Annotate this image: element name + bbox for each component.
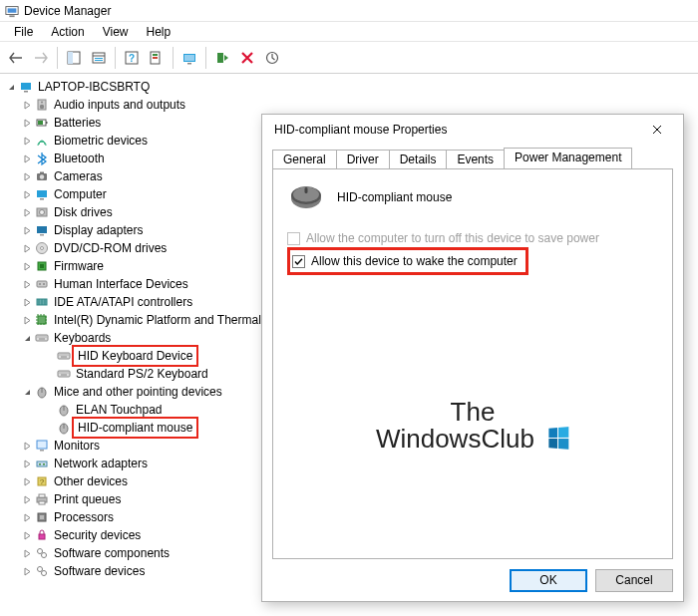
enable-device-button[interactable] [210, 46, 234, 70]
expand-icon[interactable] [20, 169, 34, 183]
checkbox-power-off [287, 232, 300, 245]
expand-icon[interactable] [20, 564, 34, 578]
svg-rect-61 [61, 357, 67, 358]
menu-file[interactable]: File [6, 24, 41, 40]
expand-icon[interactable] [20, 492, 34, 506]
toolbar-separator [115, 47, 116, 69]
expand-icon[interactable] [20, 259, 34, 273]
dialog-titlebar[interactable]: HID-compliant mouse Properties [262, 115, 683, 145]
menu-view[interactable]: View [95, 24, 137, 40]
properties-button[interactable] [87, 46, 111, 70]
tree-item-label: LAPTOP-IBCSBRTQ [36, 78, 152, 96]
forward-button[interactable] [29, 46, 53, 70]
expand-icon[interactable] [20, 241, 34, 255]
expand-icon[interactable] [20, 116, 34, 130]
uninstall-device-button[interactable] [235, 46, 259, 70]
checkbox-power-off-label: Allow the computer to turn off this devi… [306, 231, 599, 245]
windows-logo-icon [547, 428, 569, 455]
tree-item-audio-inputs-and-outputs[interactable]: Audio inputs and outputs [2, 96, 696, 114]
tab-power-management: HID-compliant mouse Allow the computer t… [272, 168, 673, 559]
expand-icon[interactable] [20, 439, 34, 453]
tree-item-label: Computer [52, 185, 109, 203]
checkbox-row-wake[interactable]: Allow this device to wake the computer [292, 254, 518, 268]
tree-item-root[interactable]: LAPTOP-IBCSBRTQ [2, 78, 696, 96]
ok-button[interactable]: OK [510, 569, 587, 592]
menu-help[interactable]: Help [139, 24, 179, 40]
tab-details[interactable]: Details [389, 150, 448, 169]
expand-icon[interactable] [20, 295, 34, 309]
svg-rect-59 [66, 355, 67, 356]
svg-point-41 [39, 283, 41, 285]
expand-icon[interactable] [20, 205, 34, 219]
tree-item-label: Batteries [52, 114, 103, 132]
svg-rect-78 [39, 463, 41, 465]
back-button[interactable] [4, 46, 28, 70]
svg-rect-16 [187, 63, 191, 65]
expand-icon[interactable] [20, 223, 34, 237]
expand-icon[interactable] [20, 510, 34, 524]
scan-hardware-button[interactable] [177, 46, 201, 70]
collapse-icon[interactable] [20, 385, 34, 399]
svg-rect-77 [37, 462, 47, 466]
svg-rect-20 [24, 91, 28, 93]
expand-icon[interactable] [20, 187, 34, 201]
other-icon: ? [34, 473, 50, 489]
expand-icon[interactable] [20, 313, 34, 327]
expand-icon[interactable] [20, 277, 34, 291]
svg-point-89 [42, 553, 47, 558]
expand-icon[interactable] [20, 474, 34, 488]
svg-text:?: ? [40, 477, 45, 486]
expand-icon[interactable] [20, 528, 34, 542]
tree-item-label: Print queues [52, 490, 123, 508]
mouse-device-icon [287, 183, 325, 211]
toolbar-separator [173, 47, 174, 69]
menu-action[interactable]: Action [43, 24, 92, 40]
show-hide-tree-button[interactable] [62, 46, 86, 70]
window-titlebar: Device Manager [0, 0, 698, 22]
svg-rect-53 [46, 337, 47, 338]
svg-rect-31 [40, 198, 44, 200]
expand-icon[interactable] [20, 134, 34, 148]
expand-icon[interactable] [20, 457, 34, 470]
monitor-icon [34, 438, 50, 454]
tab-general[interactable]: General [272, 150, 337, 169]
cancel-button[interactable]: Cancel [595, 569, 673, 592]
update-driver-button[interactable] [260, 46, 284, 70]
checkbox-wake[interactable] [292, 255, 305, 268]
cpu-icon [34, 509, 50, 525]
dialog-tab-strip: GeneralDriverDetailsEventsPower Manageme… [272, 145, 673, 168]
expand-icon[interactable] [20, 152, 34, 165]
window-title: Device Manager [24, 4, 111, 18]
firmware-icon [34, 258, 50, 274]
intel-icon [34, 312, 50, 328]
collapse-icon[interactable] [20, 331, 34, 345]
network-icon [34, 456, 50, 471]
expand-icon[interactable] [20, 546, 34, 560]
keyboard-icon [34, 330, 50, 346]
camera-icon [34, 168, 50, 184]
help-button[interactable]: ? [120, 46, 144, 70]
svg-rect-49 [38, 337, 39, 338]
tree-item-label: Software components [52, 544, 172, 562]
svg-rect-52 [44, 337, 45, 338]
tab-power-management[interactable]: Power Management [504, 148, 632, 168]
svg-point-22 [40, 105, 44, 109]
tree-item-label: Biometric devices [52, 132, 150, 150]
svg-rect-84 [39, 501, 45, 504]
fingerprint-icon [34, 133, 50, 149]
action-button[interactable] [145, 46, 169, 70]
dialog-close-button[interactable] [637, 116, 677, 144]
tab-driver[interactable]: Driver [336, 150, 390, 169]
expand-icon[interactable] [20, 98, 34, 112]
svg-rect-50 [40, 337, 41, 338]
svg-rect-29 [40, 172, 44, 174]
svg-rect-79 [43, 463, 45, 465]
mouse-icon [34, 384, 50, 400]
collapse-icon[interactable] [4, 80, 18, 94]
speaker-icon [34, 97, 50, 113]
tree-item-label: Security devices [52, 526, 143, 544]
dvd-icon [34, 240, 50, 256]
svg-rect-66 [66, 373, 67, 374]
tab-events[interactable]: Events [446, 150, 505, 169]
tree-item-label: Human Interface Devices [52, 275, 190, 293]
